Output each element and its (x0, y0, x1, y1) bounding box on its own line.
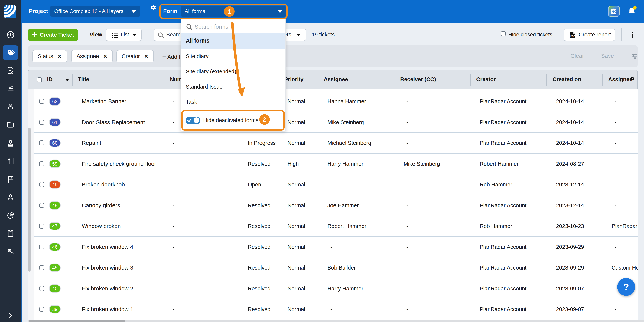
svg-text:PDF: PDF (570, 35, 575, 38)
